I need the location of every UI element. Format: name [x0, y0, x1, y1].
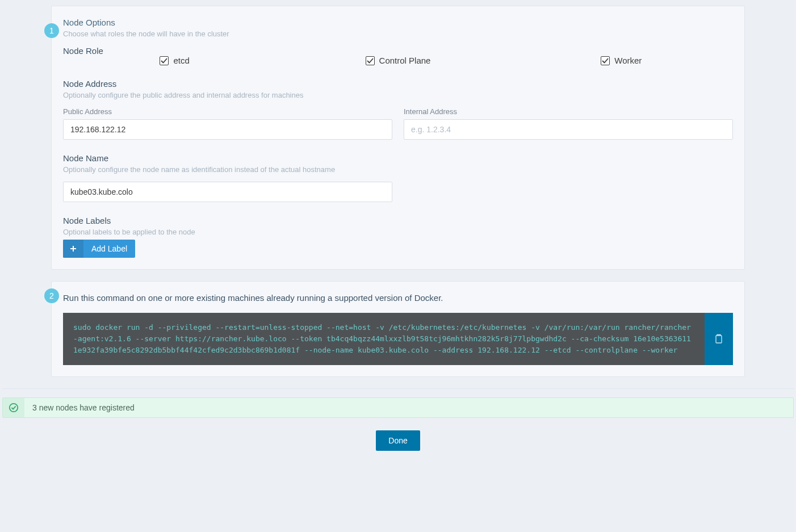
svg-point-1: [10, 404, 18, 412]
node-role-heading: Node Role: [63, 46, 733, 56]
node-labels-subtitle: Optional labels to be applied to the nod…: [63, 228, 733, 236]
role-label-etcd: etcd: [173, 56, 189, 65]
node-options-subtitle: Choose what roles the node will have in …: [63, 30, 733, 38]
done-button[interactable]: Done: [376, 430, 420, 451]
command-panel: 2 Run this command on one or more existi…: [51, 281, 745, 377]
node-labels-heading: Node Labels: [63, 216, 733, 225]
step-badge-2: 2: [44, 288, 59, 303]
status-banner: 3 new nodes have registered: [2, 397, 794, 418]
add-label-text: Add Label: [83, 240, 135, 258]
node-role-row: etcd Control Plane Worker: [63, 56, 733, 65]
node-options-panel: 1 Node Options Choose what roles the nod…: [51, 6, 745, 270]
internal-address-input[interactable]: [404, 119, 733, 140]
internal-address-label: Internal Address: [404, 107, 733, 116]
command-text: sudo docker run -d --privileged --restar…: [63, 313, 705, 365]
success-icon: [3, 398, 24, 417]
node-options-title: Node Options: [63, 18, 733, 27]
role-label-controlplane: Control Plane: [379, 56, 431, 65]
node-name-input[interactable]: [63, 182, 392, 202]
plus-icon: [63, 240, 83, 258]
node-name-subtitle: Optionally configure the node name as id…: [63, 165, 733, 174]
node-address-heading: Node Address: [63, 79, 733, 89]
add-label-button[interactable]: Add Label: [63, 240, 135, 258]
copy-button[interactable]: [705, 313, 733, 365]
public-address-label: Public Address: [63, 107, 392, 116]
node-name-heading: Node Name: [63, 153, 733, 163]
role-label-worker: Worker: [614, 56, 642, 65]
divider: [2, 388, 794, 389]
checkbox-controlplane[interactable]: [366, 56, 375, 65]
public-address-input[interactable]: [63, 119, 392, 140]
svg-rect-0: [716, 336, 722, 343]
status-message: 3 new nodes have registered: [24, 398, 143, 417]
node-address-subtitle: Optionally configure the public address …: [63, 91, 733, 99]
checkbox-worker[interactable]: [601, 56, 610, 65]
step-badge-1: 1: [44, 23, 59, 38]
checkbox-etcd[interactable]: [160, 56, 169, 65]
command-instruction: Run this command on one or more existing…: [63, 293, 733, 303]
clipboard-icon: [714, 334, 723, 344]
